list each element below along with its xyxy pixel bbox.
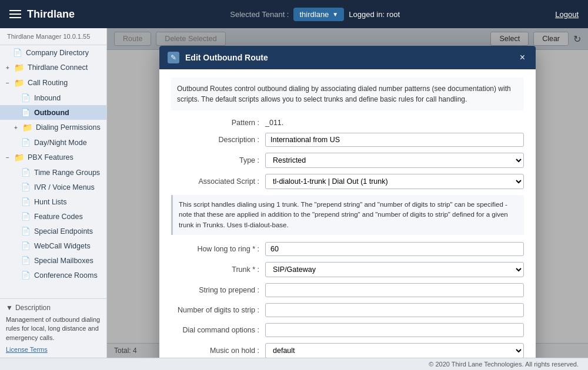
- doc-icon: 📄: [13, 48, 22, 57]
- edit-outbound-route-modal: ✎ Edit Outbound Route × Outbound Routes …: [159, 46, 536, 358]
- description-label: Description: [15, 304, 51, 312]
- script-label: Associated Script :: [171, 177, 265, 186]
- music-select[interactable]: default none custom: [265, 343, 524, 358]
- type-select[interactable]: Restricted International Local Emergency: [265, 153, 524, 168]
- pattern-label: Pattern :: [171, 119, 265, 127]
- form-row-prepend: String to prepend :: [171, 283, 524, 297]
- modal-overlay: ✎ Edit Outbound Route × Outbound Routes …: [107, 28, 588, 358]
- form-row-trunk: Trunk * : SIP/Gateway SIP/Trunk1 SIP/Tru…: [171, 262, 524, 277]
- sidebar-item-special-mailboxes[interactable]: 📄 Special Mailboxes: [0, 253, 106, 268]
- sidebar-item-day-night[interactable]: 📄 Day/Night Mode: [0, 135, 106, 150]
- main-layout: Thirdlane Manager 10.0.1.55 📄 Company Di…: [0, 28, 588, 358]
- sidebar-label: Company Directory: [26, 49, 89, 57]
- sidebar-label: Conference Rooms: [34, 271, 98, 280]
- modal-header: ✎ Edit Outbound Route ×: [159, 46, 536, 69]
- minus-icon: −: [5, 154, 11, 161]
- modal-description: Outbound Routes control outbound dialing…: [171, 78, 524, 110]
- sidebar-label: Thirdlane Connect: [28, 63, 88, 72]
- bottom-status: © 2020 Third Lane Technologies. All righ…: [0, 358, 588, 370]
- sidebar-label: PBX Features: [28, 153, 74, 162]
- associated-script-select[interactable]: tl-dialout-1-trunk | Dial Out (1 trunk): [265, 174, 524, 189]
- sidebar-label: WebCall Widgets: [34, 242, 91, 250]
- ring-label: How long to ring * :: [171, 245, 265, 253]
- folder-icon: 📁: [14, 63, 24, 72]
- sidebar-item-special-endpoints[interactable]: 📄 Special Endpoints: [0, 224, 106, 238]
- form-row-script: Associated Script : tl-dialout-1-trunk |…: [171, 174, 524, 189]
- doc-icon: 📄: [21, 183, 31, 191]
- form-row-type: Type : Restricted International Local Em…: [171, 153, 524, 168]
- sidebar-label: Outbound: [34, 109, 69, 117]
- sidebar-item-thirdlane-connect[interactable]: + 📁 Thirdlane Connect: [0, 60, 106, 75]
- sidebar-item-outbound[interactable]: 📄 Outbound: [0, 105, 106, 120]
- app-logo: Thirdlane: [9, 8, 75, 21]
- sidebar-item-webcall-widgets[interactable]: 📄 WebCall Widgets: [0, 238, 106, 253]
- sidebar-item-pbx-features[interactable]: − 📁 PBX Features: [0, 150, 106, 165]
- sidebar-item-inbound[interactable]: 📄 Inbound: [0, 90, 106, 105]
- sidebar-label: Hunt Lists: [34, 198, 67, 206]
- form-row-music: Music on hold : default none custom: [171, 343, 524, 358]
- form-row-digits: Number of digits to strip :: [171, 303, 524, 317]
- script-description: This script handles dialing using 1 trun…: [171, 195, 524, 235]
- content-area: Route Delete Selected Select Clear ↻ Tot…: [107, 28, 588, 358]
- sidebar-label: Call Routing: [28, 79, 68, 87]
- description-toggle[interactable]: ▼ Description: [6, 304, 101, 312]
- tenant-name: thirdlane: [299, 10, 329, 19]
- doc-icon: 📄: [21, 197, 31, 206]
- prepend-input[interactable]: [265, 283, 524, 297]
- sidebar-item-company-directory[interactable]: 📄 Company Directory: [0, 45, 106, 60]
- prepend-label: String to prepend :: [171, 286, 265, 294]
- description-text: Management of outbound dialing rules for…: [6, 315, 101, 342]
- sidebar-label: Time Range Groups: [34, 169, 100, 177]
- sidebar-label: Feature Codes: [34, 213, 83, 221]
- doc-icon: 📄: [21, 271, 31, 280]
- logout-link[interactable]: Logout: [555, 10, 579, 19]
- tenant-label: Selected Tenant :: [230, 10, 289, 19]
- doc-icon: 📄: [21, 212, 31, 221]
- sidebar-item-hunt-lists[interactable]: 📄 Hunt Lists: [0, 194, 106, 209]
- pattern-value: _011.: [265, 119, 524, 127]
- sidebar-label: Dialing Permissions: [36, 123, 101, 132]
- chevron-down-icon: ▼: [6, 304, 13, 312]
- description-input[interactable]: [265, 133, 524, 147]
- folder-icon: 📁: [22, 123, 32, 132]
- license-link[interactable]: License Terms: [6, 346, 101, 353]
- trunk-label: Trunk * :: [171, 265, 265, 274]
- sidebar-item-feature-codes[interactable]: 📄 Feature Codes: [0, 209, 106, 224]
- plus-icon: +: [13, 125, 19, 131]
- doc-icon: 📄: [21, 256, 31, 265]
- sidebar-bottom: ▼ Description Management of outbound dia…: [0, 298, 106, 358]
- sidebar-item-conference-rooms[interactable]: 📄 Conference Rooms: [0, 268, 106, 282]
- form-row-dial-options: Dial command options :: [171, 323, 524, 337]
- plus-icon: +: [5, 65, 11, 71]
- sidebar-label: Day/Night Mode: [34, 139, 87, 147]
- sidebar-label: Special Mailboxes: [34, 257, 93, 265]
- sidebar-item-call-routing[interactable]: − 📁 Call Routing: [0, 75, 106, 90]
- topbar-center: Selected Tenant : thirdlane ▼ Logged in:…: [75, 8, 555, 21]
- folder-icon: 📁: [14, 78, 24, 88]
- ring-input[interactable]: [265, 242, 524, 256]
- app-version: Thirdlane Manager 10.0.1.55: [0, 28, 106, 45]
- doc-icon: 📄: [21, 93, 31, 102]
- music-label: Music on hold :: [171, 347, 265, 355]
- digits-label: Number of digits to strip :: [171, 306, 265, 314]
- logged-in-label: Logged in: root: [349, 10, 400, 19]
- dial-options-label: Dial command options :: [171, 326, 265, 334]
- digits-input[interactable]: [265, 303, 524, 317]
- modal-header-icon: ✎: [168, 52, 179, 63]
- doc-icon: 📄: [21, 138, 31, 147]
- doc-icon: 📄: [21, 168, 31, 177]
- sidebar-item-dialing-permissions[interactable]: + 📁 Dialing Permissions: [0, 120, 106, 135]
- dial-options-input[interactable]: [265, 323, 524, 337]
- sidebar-label: IVR / Voice Menus: [34, 183, 95, 191]
- tenant-selector[interactable]: thirdlane ▼: [293, 8, 344, 21]
- topbar-right: Logout: [555, 10, 579, 19]
- hamburger-menu[interactable]: [9, 10, 21, 18]
- form-row-description: Description :: [171, 133, 524, 147]
- doc-icon: 📄: [21, 241, 31, 250]
- sidebar-item-ivr[interactable]: 📄 IVR / Voice Menus: [0, 180, 106, 194]
- sidebar-item-time-range[interactable]: 📄 Time Range Groups: [0, 165, 106, 180]
- trunk-select[interactable]: SIP/Gateway SIP/Trunk1 SIP/Trunk2: [265, 262, 524, 277]
- description-field-label: Description :: [171, 136, 265, 144]
- folder-icon: 📁: [14, 153, 24, 162]
- modal-close-button[interactable]: ×: [517, 52, 527, 63]
